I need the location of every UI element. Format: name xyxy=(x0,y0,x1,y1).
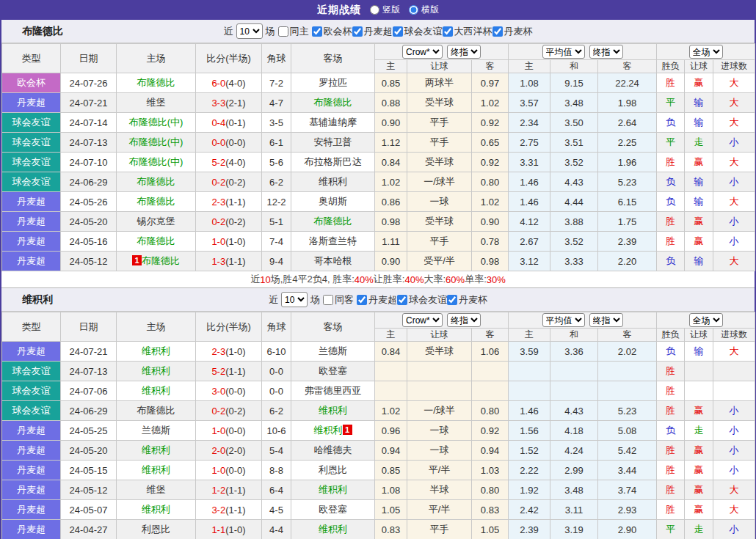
halftime-score: (1-1) xyxy=(225,505,245,516)
halftime-score: (0-0) xyxy=(225,137,245,148)
league-checkbox[interactable] xyxy=(397,295,407,305)
handicap-home-odds: 0.90 xyxy=(375,113,407,133)
league-filter-option[interactable]: 大西洋杯 xyxy=(443,25,493,38)
team-label: 布隆德比 xyxy=(142,255,180,266)
league-filter-option[interactable]: 球会友谊 xyxy=(397,293,447,307)
same-venue-checkbox[interactable] xyxy=(278,26,288,37)
league-checkbox[interactable] xyxy=(312,26,322,37)
final-odds-select[interactable]: 终指 xyxy=(447,45,481,59)
handicap-line: 平/半 xyxy=(407,500,472,520)
result-text: 胜 xyxy=(666,484,675,495)
team-label: 基辅迪纳摩 xyxy=(309,117,357,128)
league-type-cell: 球会友谊 xyxy=(2,153,61,172)
avg-home-odds: 3.12 xyxy=(509,252,550,271)
league-label: 丹麦杯 xyxy=(504,25,533,38)
result-text: 负 xyxy=(666,196,675,207)
recent-count-select[interactable]: 10 xyxy=(281,292,308,307)
league-checkbox[interactable] xyxy=(493,26,503,37)
average-final-select[interactable]: 终指 xyxy=(589,45,623,59)
league-filter-option[interactable]: 丹麦超 xyxy=(357,293,397,307)
league-filter-option[interactable]: 丹麦超 xyxy=(352,25,393,38)
avg-home-odds: 1.46 xyxy=(509,401,550,421)
result-text: 赢 xyxy=(694,156,704,167)
league-filter-option[interactable]: 球会友谊 xyxy=(393,25,443,38)
handicap-away-odds: 0.65 xyxy=(472,133,509,153)
avg-draw-odds: 4.44 xyxy=(550,192,598,212)
avg-home-odds: 1.08 xyxy=(509,73,550,93)
avg-draw-odds: 3.33 xyxy=(550,252,598,271)
handicap-away-odds: 1.02 xyxy=(472,192,509,212)
average-final-select[interactable]: 终指 xyxy=(589,313,623,327)
score-cell: 1-0(0-0) xyxy=(196,461,262,480)
handicap-line: 半球 xyxy=(407,480,472,500)
handicap-away-odds: 0.92 xyxy=(472,153,509,172)
halftime-score: (0-0) xyxy=(225,386,245,397)
halftime-score: (4-0) xyxy=(225,157,245,168)
result-outcome: 胜 xyxy=(657,232,685,252)
league-type-cell: 丹麦超 xyxy=(2,232,61,252)
results-table: 类型 日期 主场 比分(半场) 角球 客场 Crow*终指 平均值终指 xyxy=(1,43,755,271)
horizontal-radio[interactable] xyxy=(409,5,418,15)
result-handicap: 输 xyxy=(685,342,713,362)
summary-value: 40% xyxy=(404,274,424,285)
match-date: 24-05-07 xyxy=(61,500,117,520)
league-type-cell: 丹麦超 xyxy=(2,212,61,232)
result-handicap: 走 xyxy=(685,133,713,153)
avg-home-odds: 3.31 xyxy=(509,153,550,172)
fulltime-select[interactable]: 全场 xyxy=(689,45,723,59)
same-venue-option[interactable]: 同客 xyxy=(323,293,354,307)
near-label: 近 xyxy=(269,293,278,307)
result-text: 走 xyxy=(694,136,704,147)
fulltime-select[interactable]: 全场 xyxy=(689,313,723,327)
away-team-cell: 维积利 xyxy=(291,401,375,421)
team-label: 欧登塞 xyxy=(319,504,347,515)
result-handicap: 走 xyxy=(685,421,713,441)
league-filter-option[interactable]: 欧会杯 xyxy=(312,25,352,38)
league-filter-option[interactable]: 丹麦杯 xyxy=(493,25,533,38)
score-cell: 2-0(2-0) xyxy=(196,441,262,461)
col-score: 比分(半场) xyxy=(196,312,262,342)
average-select[interactable]: 平均值 xyxy=(542,45,585,59)
league-checkbox[interactable] xyxy=(443,26,453,37)
same-venue-option[interactable]: 同主 xyxy=(278,25,309,38)
bookmaker-select[interactable]: Crow* xyxy=(402,45,443,59)
layout-vertical-option[interactable]: 竖版 xyxy=(370,4,400,16)
recent-results-panel: 近期战绩 竖版 横版 布隆德比 近 10 场 同主 xyxy=(0,0,756,539)
league-checkbox[interactable] xyxy=(393,26,403,37)
team-name: 布隆德比 xyxy=(22,25,63,38)
league-filter-option[interactable]: 丹麦杯 xyxy=(447,293,487,307)
match-filters: 近 10 场 同主 欧会杯丹麦超球会友谊大西洋杯丹麦杯 xyxy=(224,23,533,39)
handicap-home-odds: 0.83 xyxy=(375,520,407,539)
handicap-home-odds: 0.94 xyxy=(375,441,407,461)
layout-horizontal-option[interactable]: 横版 xyxy=(409,4,439,16)
vertical-radio[interactable] xyxy=(370,5,379,15)
fulltime-score: 2-3 xyxy=(211,197,225,208)
result-text: 负 xyxy=(666,117,675,128)
fulltime-header: 全场 xyxy=(657,312,755,329)
bookmaker-select[interactable]: Crow* xyxy=(402,313,443,327)
match-date: 24-04-27 xyxy=(61,520,117,539)
result-text: 小 xyxy=(730,444,739,455)
result-text: 大 xyxy=(730,504,739,515)
near-label: 近 xyxy=(224,25,233,38)
match-date: 24-07-13 xyxy=(61,362,117,381)
league-checkbox[interactable] xyxy=(357,295,367,305)
away-team-cell: 罗拉匹 xyxy=(291,73,375,93)
result-handicap: 输 xyxy=(685,252,713,271)
home-team-cell: 1布隆德比 xyxy=(117,252,196,271)
handicap-home-odds: 0.85 xyxy=(375,461,407,480)
league-checkbox[interactable] xyxy=(447,295,457,305)
avg-home-odds: 2.34 xyxy=(509,113,550,133)
league-checkbox[interactable] xyxy=(352,26,363,37)
result-goals: 大 xyxy=(713,342,755,362)
same-venue-checkbox[interactable] xyxy=(323,295,333,305)
avg-draw-odds: 3.36 xyxy=(550,342,598,362)
avg-home-odds: 1.46 xyxy=(509,192,550,212)
result-text: 赢 xyxy=(694,216,704,227)
home-team-cell: 兰德斯 xyxy=(117,421,196,441)
avg-away-odds: 5.42 xyxy=(598,441,657,461)
final-odds-select[interactable]: 终指 xyxy=(447,313,481,327)
recent-count-select[interactable]: 10 xyxy=(236,23,263,39)
result-outcome: 平 xyxy=(657,520,685,539)
average-select[interactable]: 平均值 xyxy=(542,313,585,327)
